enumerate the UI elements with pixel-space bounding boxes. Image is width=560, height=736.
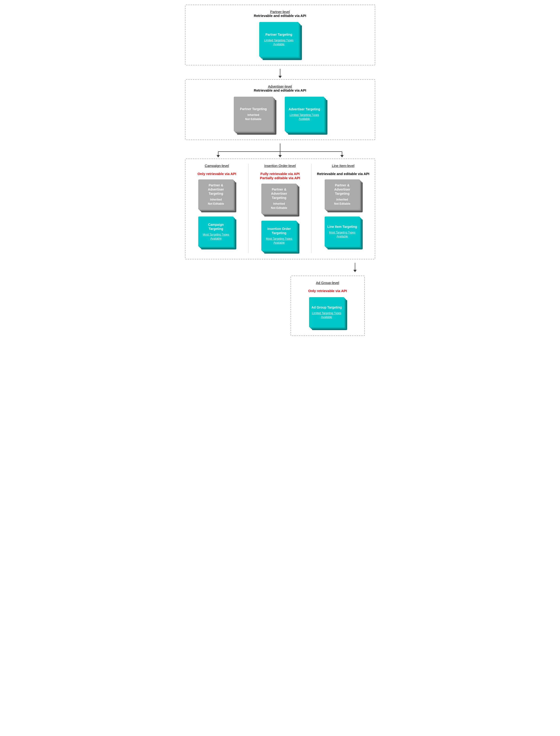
adgroup-card-title: Ad Group Targeting (311, 305, 342, 310)
li-inherited-sub2: Not Editable (334, 202, 350, 206)
li-targeting-title: Line Item Targeting (327, 225, 357, 229)
arrow-line (355, 263, 355, 270)
campaign-col: Campaign-level Only retrievable via API … (190, 164, 244, 253)
col-divider-1 (248, 164, 249, 253)
li-inherited-card: Partner & Advertiser Targeting Inherited… (325, 180, 362, 212)
adgroup-wrapper: Ad Group-level Only retrievable via API … (185, 273, 375, 336)
arrow-head (278, 76, 282, 78)
three-col-row: Campaign-level Only retrievable via API … (190, 164, 370, 253)
card-face: Insertion Order Targeting Most Targeting… (261, 221, 297, 251)
advertiser-targeting-card: Advertiser Targeting Limited Targeting T… (285, 97, 326, 134)
li-level-subtitle: Retrievable and editable via API (317, 172, 369, 176)
adgroup-level-section: Ad Group-level Only retrievable via API … (291, 276, 365, 336)
io-level-subtitle2: Partially editable via API (260, 176, 300, 180)
li-targeting-card: Line Item Targeting Most Targeting Types… (325, 217, 362, 249)
campaign-header: Campaign-level Only retrievable via API (198, 164, 236, 176)
branch-svg (185, 144, 375, 157)
advertiser-level-title: Advertiser-level (192, 84, 368, 88)
partner-level-subtitle: Retrievable and editable via API (254, 14, 306, 18)
adgroup-level-header: Ad Group-level Only retrievable via API (298, 281, 357, 293)
io-inherited-sub1: Inherited (273, 202, 285, 206)
adgroup-cards-row: Ad Group Targeting Limited Targeting Typ… (298, 297, 357, 330)
three-col-section: Campaign-level Only retrievable via API … (185, 159, 375, 260)
adv-inherited-subtitle2: Not Editable (245, 117, 261, 121)
campaign-inherited-title: Partner & Advertiser Targeting (201, 183, 231, 196)
advertiser-cards-row: Partner Targeting Inherited Not Editable… (192, 97, 368, 134)
campaign-level-subtitle: Only retrievable via API (198, 172, 236, 176)
adgroup-card-link[interactable]: Limited Targeting Types Available (311, 311, 342, 319)
io-col: Insertion Order-level Fully retrievable … (253, 164, 307, 253)
partner-level-title: Partner-level (192, 10, 368, 14)
card-face: Partner Targeting Limited Targeting Type… (259, 22, 299, 57)
card-face: Partner & Advertiser Targeting Inherited… (198, 180, 234, 210)
advertiser-level-header: Advertiser-level Retrievable and editabl… (192, 84, 368, 93)
io-targeting-card: Insertion Order Targeting Most Targeting… (261, 221, 298, 253)
advertiser-level-section: Advertiser-level Retrievable and editabl… (185, 79, 375, 140)
svg-marker-5 (278, 155, 282, 157)
campaign-level-title: Campaign-level (198, 164, 236, 168)
partner-level-header: Partner-level Retrievable and editable v… (192, 10, 368, 18)
branch-arrows-advertiser-to-three (185, 144, 375, 157)
io-inherited-sub2: Not Editable (271, 206, 287, 210)
io-inherited-card: Partner & Advertiser Targeting Inherited… (261, 184, 298, 216)
arrow-partner-to-advertiser (278, 69, 282, 78)
card-face: Line Item Targeting Most Targeting Types… (325, 217, 360, 247)
card-face: Campaign Targeting Most Targeting Types … (198, 217, 234, 247)
io-targeting-link[interactable]: Most Targeting Types Available (264, 237, 294, 245)
adgroup-targeting-card: Ad Group Targeting Limited Targeting Typ… (309, 297, 346, 330)
campaign-targeting-card: Campaign Targeting Most Targeting Types … (198, 217, 235, 249)
li-inherited-sub1: Inherited (336, 198, 348, 202)
campaign-targeting-link[interactable]: Most Targeting Types Available (201, 233, 231, 241)
io-header: Insertion Order-level Fully retrievable … (260, 164, 300, 180)
svg-marker-7 (340, 155, 344, 157)
arrow-line (280, 69, 280, 76)
io-targeting-title: Insertion Order Targeting (264, 227, 294, 235)
adv-inherited-title: Partner Targeting (240, 107, 267, 111)
campaign-inherited-sub2: Not Editable (208, 202, 224, 206)
svg-marker-3 (217, 155, 220, 157)
adv-targeting-link[interactable]: Limited Targeting Types Available (288, 113, 321, 121)
li-col: Line Item-level Retrievable and editable… (316, 164, 370, 253)
adv-targeting-title: Advertiser Targeting (289, 107, 320, 111)
partner-level-section: Partner-level Retrievable and editable v… (185, 5, 375, 65)
adgroup-arrow-container (185, 262, 375, 273)
li-inherited-title: Partner & Advertiser Targeting (327, 183, 358, 196)
campaign-targeting-title: Campaign Targeting (201, 223, 231, 231)
adv-inherited-subtitle1: Inherited (247, 113, 259, 117)
io-level-subtitle1: Fully retrievable via API (260, 172, 300, 176)
adgroup-level-subtitle: Only retrievable via API (308, 289, 347, 293)
li-level-title: Line Item-level (317, 164, 369, 168)
partner-card-link[interactable]: Limited Targeting Types Available (262, 38, 296, 46)
io-inherited-title: Partner & Advertiser Targeting (264, 187, 294, 200)
col-divider-2 (311, 164, 312, 253)
li-header: Line Item-level Retrievable and editable… (317, 164, 369, 176)
advertiser-inherited-card: Partner Targeting Inherited Not Editable (234, 97, 275, 134)
campaign-inherited-card: Partner & Advertiser Targeting Inherited… (198, 180, 235, 212)
arrow-head (353, 270, 357, 272)
partner-cards-row: Partner Targeting Limited Targeting Type… (192, 22, 368, 59)
io-level-title: Insertion Order-level (260, 164, 300, 168)
partner-card-title: Partner Targeting (266, 32, 292, 37)
card-face: Advertiser Targeting Limited Targeting T… (285, 97, 324, 131)
campaign-inherited-sub1: Inherited (210, 198, 222, 202)
card-face: Partner & Advertiser Targeting Inherited… (261, 184, 297, 214)
advertiser-level-subtitle: Retrievable and editable via API (254, 88, 306, 92)
adgroup-level-title: Ad Group-level (298, 281, 357, 285)
li-targeting-link[interactable]: Most Targeting Types Available (327, 231, 358, 239)
partner-targeting-card: Partner Targeting Limited Targeting Type… (259, 22, 301, 59)
card-face: Partner & Advertiser Targeting Inherited… (325, 180, 360, 210)
card-face: Partner Targeting Inherited Not Editable (234, 97, 273, 131)
card-face: Ad Group Targeting Limited Targeting Typ… (309, 297, 344, 327)
arrow-to-adgroup (353, 263, 357, 272)
